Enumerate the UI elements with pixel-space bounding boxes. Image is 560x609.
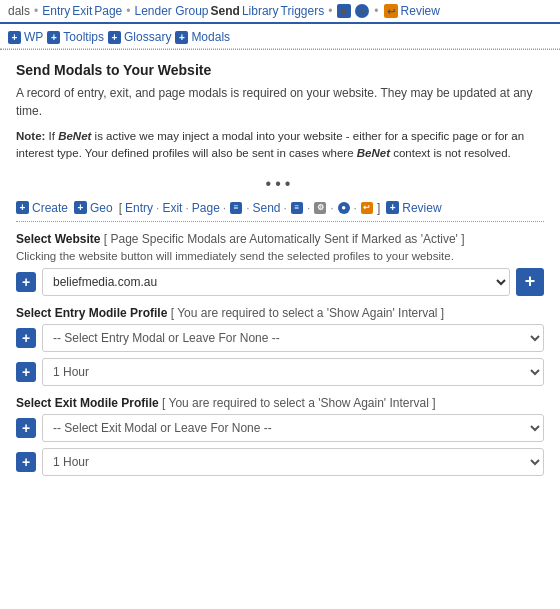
exit-modal-select-row: + -- Select Exit Modal or Leave For None…: [16, 414, 544, 442]
entry-modal-plus-btn[interactable]: +: [16, 328, 36, 348]
bracket-icon-4[interactable]: ●: [338, 202, 350, 214]
exit-label-text: Select Exit Modile Profile: [16, 396, 159, 410]
bracket-close: ]: [377, 201, 380, 215]
bracket-sep8: ·: [354, 201, 357, 215]
bracket-icon-1[interactable]: ≡: [230, 202, 242, 214]
entry-interval-row: + 1 Hour: [16, 358, 544, 386]
exit-sublabel: [ You are required to select a 'Show Aga…: [162, 396, 435, 410]
benet-italic: BeNet: [58, 130, 91, 142]
action-geo[interactable]: + Geo: [74, 201, 113, 215]
website-label-text: Select Website: [16, 232, 100, 246]
website-send-btn[interactable]: +: [516, 268, 544, 296]
bracket-sep5: ·: [284, 201, 287, 215]
tooltips-label: Tooltips: [63, 30, 104, 44]
section-title: Send Modals to Your Website: [16, 62, 544, 78]
nav-exit[interactable]: Exit: [72, 4, 92, 18]
bracket-sep6: ·: [307, 201, 310, 215]
note-prefix: Note:: [16, 130, 45, 142]
entry-sublabel: [ You are required to select a 'Show Aga…: [171, 306, 444, 320]
entry-modal-select-row: + -- Select Entry Modal or Leave For Non…: [16, 324, 544, 352]
note-block: Note: If BeNet is active we may inject a…: [16, 128, 544, 163]
bracket-open: [: [119, 201, 122, 215]
wp-plus-icon: +: [8, 31, 21, 44]
sub-navigation: + WP + Tooltips + Glossary + Modals: [0, 24, 560, 49]
top-navigation: dals • Entry Exit Page • Lender Group Se…: [0, 0, 560, 24]
website-plus-btn[interactable]: +: [16, 272, 36, 292]
subnav-glossary[interactable]: + Glossary: [108, 30, 171, 44]
entry-interval-select[interactable]: 1 Hour: [42, 358, 544, 386]
create-plus-icon: +: [16, 201, 29, 214]
subnav-wp[interactable]: + WP: [8, 30, 43, 44]
modals-plus-icon: +: [175, 31, 188, 44]
review-plus-icon: +: [386, 201, 399, 214]
exit-modal-select[interactable]: -- Select Exit Modal or Leave For None -…: [42, 414, 544, 442]
sep4: •: [374, 4, 378, 18]
nav-review[interactable]: Review: [401, 4, 440, 18]
glossary-plus-icon: +: [108, 31, 121, 44]
website-click-note: Clicking the website button will immedia…: [16, 250, 544, 262]
bracket-sep1: ·: [156, 201, 159, 215]
ellipsis-separator: •••: [16, 175, 544, 193]
exit-profile-label: Select Exit Modile Profile [ You are req…: [16, 396, 544, 410]
exit-interval-row: + 1 Hour: [16, 448, 544, 476]
bracket-send[interactable]: Send: [253, 201, 281, 215]
glossary-label: Glossary: [124, 30, 171, 44]
exit-interval-plus-btn[interactable]: +: [16, 452, 36, 472]
nav-icon-circle[interactable]: ●: [355, 4, 369, 18]
benet-italic-2: BeNet: [357, 147, 390, 159]
bracket-sep2: ·: [185, 201, 188, 215]
bracket-entry[interactable]: Entry: [125, 201, 153, 215]
nav-triggers[interactable]: Triggers: [281, 4, 325, 18]
sep3: •: [328, 4, 332, 18]
nav-entry[interactable]: Entry: [42, 4, 70, 18]
entry-label-text: Select Entry Modile Profile: [16, 306, 167, 320]
website-select-label: Select Website [ Page Specific Modals ar…: [16, 232, 544, 246]
section-description: A record of entry, exit, and page modals…: [16, 84, 544, 120]
create-label: Create: [32, 201, 68, 215]
nav-library[interactable]: Library: [242, 4, 279, 18]
entry-interval-plus-btn[interactable]: +: [16, 362, 36, 382]
tooltips-plus-icon: +: [47, 31, 60, 44]
nav-dals[interactable]: dals: [8, 4, 30, 18]
action-create[interactable]: + Create: [16, 201, 68, 215]
entry-modal-select[interactable]: -- Select Entry Modal or Leave For None …: [42, 324, 544, 352]
bracket-sep7: ·: [330, 201, 333, 215]
subnav-tooltips[interactable]: + Tooltips: [47, 30, 104, 44]
bracket-exit[interactable]: Exit: [162, 201, 182, 215]
geo-plus-icon: +: [74, 201, 87, 214]
dotted-separator-2: [16, 221, 544, 222]
review-label: Review: [402, 201, 441, 215]
bracket-icon-3[interactable]: ⚙: [314, 202, 326, 214]
nav-icon-film[interactable]: ▶: [337, 4, 351, 18]
bracket-icon-2[interactable]: ≡: [291, 202, 303, 214]
website-sublabel: [ Page Specific Modals are Automatically…: [104, 232, 465, 246]
action-review[interactable]: + Review: [386, 201, 441, 215]
nav-send[interactable]: Send: [211, 4, 240, 18]
website-select-wrap: beliefmedia.com.au: [42, 268, 510, 296]
bracket-icon-5[interactable]: ↩: [361, 202, 373, 214]
subnav-modals[interactable]: + Modals: [175, 30, 230, 44]
nav-lender-group[interactable]: Lender Group: [134, 4, 208, 18]
exit-modal-plus-btn[interactable]: +: [16, 418, 36, 438]
website-select[interactable]: beliefmedia.com.au: [42, 268, 510, 296]
website-row: + beliefmedia.com.au +: [16, 268, 544, 296]
bracket-page[interactable]: Page: [192, 201, 220, 215]
modals-label: Modals: [191, 30, 230, 44]
entry-profile-label: Select Entry Modile Profile [ You are re…: [16, 306, 544, 320]
nav-icon-arrow[interactable]: ↩: [384, 4, 398, 18]
sep1: •: [34, 4, 38, 18]
nav-page[interactable]: Page: [94, 4, 122, 18]
wp-label: WP: [24, 30, 43, 44]
geo-label: Geo: [90, 201, 113, 215]
main-content: Send Modals to Your Website A record of …: [0, 50, 560, 494]
exit-interval-select[interactable]: 1 Hour: [42, 448, 544, 476]
bracket-sep3: ·: [223, 201, 226, 215]
bracket-sep4: ·: [246, 201, 249, 215]
bracket-group: [ Entry · Exit · Page · ≡ · Send · ≡ · ⚙…: [119, 201, 381, 215]
sep2: •: [126, 4, 130, 18]
action-row: + Create + Geo [ Entry · Exit · Page · ≡…: [16, 201, 544, 215]
